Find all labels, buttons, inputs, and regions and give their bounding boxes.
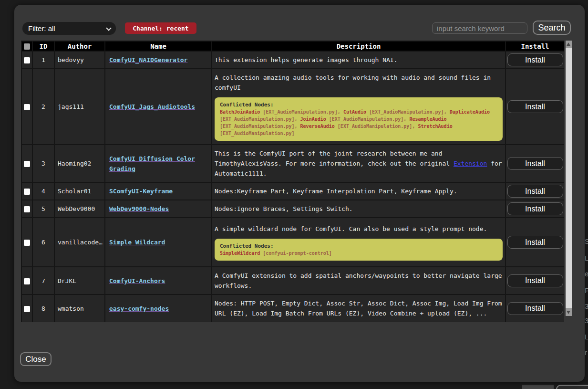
extension-name-link[interactable]: SComfyUI-Keyframe [109, 188, 173, 195]
scroll-down-arrow-icon[interactable] [567, 311, 570, 314]
row-install-cell: Install [505, 200, 564, 218]
search-input[interactable] [432, 22, 527, 34]
row-checkbox[interactable] [24, 161, 30, 167]
channel-badge[interactable]: Channel: recent [125, 22, 196, 34]
table-scrollbar[interactable] [566, 41, 572, 316]
row-checkbox-cell [21, 145, 32, 182]
row-author: wmatson [54, 294, 105, 322]
install-button[interactable]: Install [507, 302, 563, 315]
install-button[interactable]: Install [507, 202, 563, 215]
conflicted-nodes-list: BatchJoinAudio [EXT_AudioManipulation.py… [220, 108, 497, 137]
row-name-cell: Simple Wildcard [105, 218, 212, 267]
extension-name-link[interactable]: Simple Wildcard [109, 239, 165, 246]
row-name-cell: ComfyUI-Anchors [105, 267, 212, 294]
extension-name-link[interactable]: ComfyUI Diffusion Color Grading [109, 155, 195, 172]
search-button[interactable]: Search [533, 21, 571, 35]
extension-name-link[interactable]: ComfyUI-Anchors [109, 277, 165, 284]
conflict-node-name: JoinAudio [300, 116, 326, 122]
table-row: 1bedovyyComfyUI_NAIDGeneratorThis extens… [21, 51, 564, 69]
scroll-up-arrow-icon[interactable] [567, 42, 570, 46]
row-checkbox-cell [21, 69, 32, 145]
row-checkbox-cell [21, 294, 32, 322]
conflict-node-name: CutAudio [343, 109, 366, 115]
row-description: Nodes:Keyframe Part, Keyframe Interpolat… [212, 182, 505, 200]
conflicted-nodes-title: Conflicted Nodes: [220, 101, 497, 108]
install-button[interactable]: Install [507, 274, 563, 287]
conflict-node-name: BatchJoinAudio [220, 109, 260, 115]
row-checkbox[interactable] [24, 278, 30, 284]
row-checkbox[interactable] [24, 189, 30, 195]
row-install-cell: Install [505, 182, 564, 200]
row-author: Scholar01 [54, 182, 105, 200]
conflict-node-source: [EXT_AudioManipulation.py], [335, 124, 418, 129]
table-row: 2jags111ComfyUI_Jags_AudiotoolsA collect… [21, 69, 564, 145]
extension-name-link[interactable]: WebDev9000-Nodes [109, 205, 169, 212]
background-text-fragment: L [585, 254, 588, 262]
header-name: Name [105, 41, 212, 51]
background-text-fragment: S [585, 237, 588, 245]
row-id: 4 [32, 182, 54, 200]
row-description: Nodes: HTTP POST, Empty Dict, Assoc Str,… [212, 294, 505, 322]
conflict-node-name: DuplicateAudio [450, 109, 490, 115]
conflict-node-source: [EXT_AudioManipulation.py], [220, 124, 300, 129]
table-header-row: ID Author Name Description Install [21, 41, 564, 51]
row-id: 5 [32, 200, 54, 218]
conflict-node-name: ResampleAudio [409, 116, 446, 122]
custom-nodes-installer-dialog: Filter: all Channel: recent Search ID Au… [14, 5, 585, 382]
header-checkbox-cell [21, 41, 32, 51]
row-description: A simple wildcard node for ComfyUI. Can … [212, 218, 505, 267]
table-row: 4Scholar01SComfyUI-KeyframeNodes:Keyfram… [21, 182, 564, 200]
header-author: Author [54, 41, 105, 51]
row-description: This is the ComfyUI port of the joint re… [212, 145, 505, 182]
row-install-cell: Install [505, 294, 564, 322]
row-install-cell: Install [505, 218, 564, 267]
filter-select[interactable]: Filter: all [22, 22, 116, 35]
install-button[interactable]: Install [507, 236, 563, 249]
background-strip [522, 385, 554, 389]
extension-name-link[interactable]: easy-comfy-nodes [109, 305, 169, 312]
header-install: Install [505, 41, 564, 51]
description-text: Nodes:Ignore Braces, Settings Switch. [215, 204, 503, 214]
row-name-cell: ComfyUI_Jags_Audiotools [105, 69, 212, 145]
row-name-cell: WebDev9000-Nodes [105, 200, 212, 218]
table-row: 6vanillacode…Simple WildcardA simple wil… [21, 218, 564, 267]
select-all-checkbox[interactable] [24, 43, 30, 50]
row-id: 2 [32, 69, 54, 145]
row-checkbox[interactable] [24, 240, 30, 246]
row-id: 6 [32, 218, 54, 267]
scrollbar-thumb[interactable] [566, 48, 572, 308]
table-row: 8wmatsoneasy-comfy-nodesNodes: HTTP POST… [21, 294, 564, 322]
row-checkbox[interactable] [24, 306, 30, 312]
row-id: 3 [32, 145, 54, 182]
row-name-cell: ComfyUI_NAIDGenerator [105, 51, 212, 69]
conflict-node-source: [EXT_AudioManipulation.py], [326, 116, 410, 122]
extension-name-link[interactable]: ComfyUI_NAIDGenerator [109, 56, 187, 63]
row-checkbox[interactable] [24, 206, 30, 212]
table-row: 5WebDev9000WebDev9000-NodesNodes:Ignore … [21, 200, 564, 218]
background-text-fragment: 3 [585, 316, 588, 325]
close-button[interactable]: Close [20, 352, 52, 366]
table-row: 7DrJKLComfyUI-AnchorsA ComfyUI extension… [21, 267, 564, 294]
install-button[interactable]: Install [507, 100, 563, 113]
install-button[interactable]: Install [507, 185, 563, 198]
row-checkbox[interactable] [24, 57, 30, 63]
description-text: This extension helps generate images thr… [215, 55, 503, 65]
description-text: A simple wildcard node for ComfyUI. Can … [215, 224, 503, 234]
row-checkbox[interactable] [24, 104, 30, 110]
extension-name-link[interactable]: ComfyUI_Jags_Audiotools [109, 103, 195, 110]
install-button[interactable]: Install [507, 157, 563, 170]
conflict-node-name: SimpleWildcard [220, 251, 260, 256]
install-button[interactable]: Install [507, 53, 563, 66]
row-author: bedovyy [54, 51, 105, 69]
description-text: A collection amazing audio tools for wor… [215, 73, 503, 93]
row-author: WebDev9000 [54, 200, 105, 218]
header-id: ID [32, 41, 54, 51]
background-partial-button [556, 385, 588, 389]
description-fragment: This is the ComfyUI port of the joint re… [215, 150, 454, 167]
conflict-node-source: [EXT_AudioManipulation.py] [220, 131, 295, 136]
row-checkbox-cell [21, 200, 32, 218]
conflicted-nodes-title: Conflicted Nodes: [220, 242, 497, 250]
row-description: A collection amazing audio tools for wor… [212, 69, 505, 145]
row-name-cell: ComfyUI Diffusion Color Grading [105, 145, 212, 182]
external-extension-link[interactable]: Extension [454, 160, 487, 167]
